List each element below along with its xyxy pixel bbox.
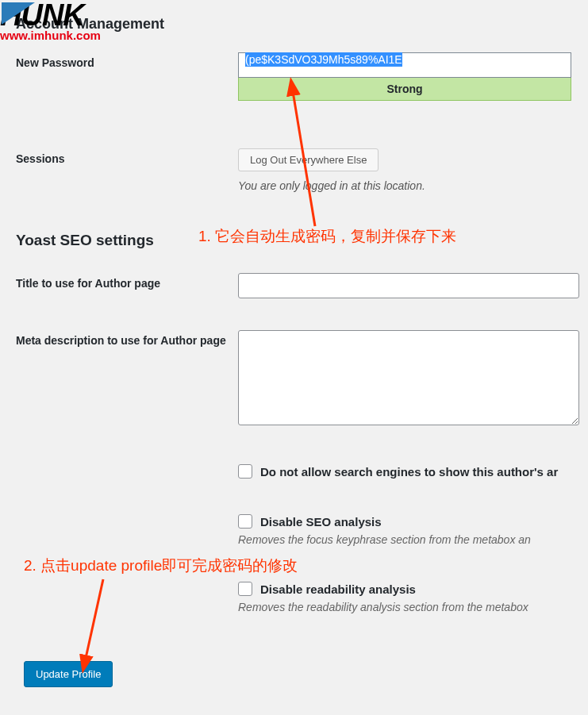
author-title-label: Title to use for Author page <box>16 273 238 290</box>
disable-seo-checkbox[interactable] <box>238 514 252 529</box>
disable-seo-description: Removes the focus keyphrase section from… <box>238 533 588 546</box>
svg-line-3 <box>83 579 103 669</box>
password-value-selected: (pe$K3SdVO3J9Mh5s89%AI1E <box>245 52 402 67</box>
annotation-arrow-2 <box>63 575 111 678</box>
disable-seo-label: Disable SEO analysis <box>260 515 382 529</box>
new-password-input[interactable]: (pe$K3SdVO3J9Mh5s89%AI1E <box>238 52 571 78</box>
meta-description-textarea[interactable] <box>238 330 579 425</box>
new-password-label: New Password <box>16 52 238 69</box>
watermark-logo: HUNK www.imhunk.com <box>0 0 101 42</box>
disable-readability-description: Removes the readability analysis section… <box>238 601 588 613</box>
annotation-text-2: 2. 点击update profile即可完成密码的修改 <box>24 555 298 576</box>
annotation-arrow-1 <box>279 75 335 234</box>
noindex-author-checkbox[interactable] <box>238 464 252 479</box>
disable-readability-checkbox[interactable] <box>238 582 252 596</box>
noindex-author-label: Do not allow search engines to show this… <box>260 465 558 479</box>
disable-readability-label: Disable readability analysis <box>260 582 416 596</box>
author-title-input[interactable] <box>238 273 579 298</box>
meta-description-label: Meta description to use for Author page <box>16 330 238 347</box>
sessions-label: Sessions <box>16 148 238 165</box>
section-title: Account Management <box>16 16 588 33</box>
annotation-text-1: 1. 它会自动生成密码，复制并保存下来 <box>198 226 456 247</box>
svg-line-1 <box>291 82 315 226</box>
